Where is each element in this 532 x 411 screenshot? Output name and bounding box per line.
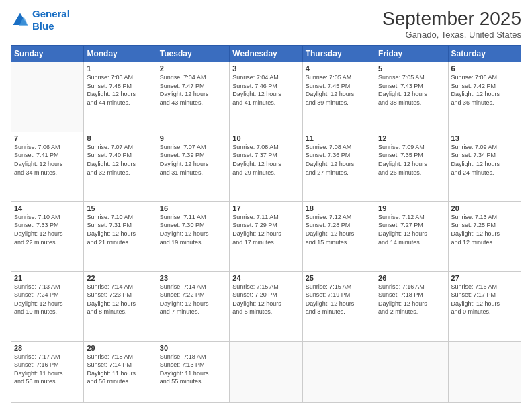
day-info: Sunrise: 7:12 AM Sunset: 7:27 PM Dayligh… xyxy=(378,213,445,246)
day-cell: 4Sunrise: 7:05 AM Sunset: 7:45 PM Daylig… xyxy=(302,62,375,132)
day-number: 12 xyxy=(378,134,445,142)
day-number: 23 xyxy=(160,274,226,282)
week-row: 7Sunrise: 7:06 AM Sunset: 7:41 PM Daylig… xyxy=(11,132,521,201)
page: General Blue September 2025 Ganado, Texa… xyxy=(0,0,532,411)
day-info: Sunrise: 7:11 AM Sunset: 7:29 PM Dayligh… xyxy=(232,213,299,246)
day-info: Sunrise: 7:08 AM Sunset: 7:37 PM Dayligh… xyxy=(232,143,299,177)
day-info: Sunrise: 7:15 AM Sunset: 7:19 PM Dayligh… xyxy=(306,283,372,316)
day-number: 10 xyxy=(232,134,299,142)
day-cell: 29Sunrise: 7:18 AM Sunset: 7:14 PM Dayli… xyxy=(84,341,157,402)
day-info: Sunrise: 7:07 AM Sunset: 7:40 PM Dayligh… xyxy=(87,143,153,177)
day-cell: 17Sunrise: 7:11 AM Sunset: 7:29 PM Dayli… xyxy=(230,201,302,271)
header: General Blue September 2025 Ganado, Texa… xyxy=(11,8,521,40)
day-cell: 14Sunrise: 7:10 AM Sunset: 7:33 PM Dayli… xyxy=(11,201,84,271)
day-number: 4 xyxy=(306,64,372,73)
day-info: Sunrise: 7:09 AM Sunset: 7:34 PM Dayligh… xyxy=(451,143,518,177)
day-info: Sunrise: 7:18 AM Sunset: 7:13 PM Dayligh… xyxy=(160,353,226,386)
day-info: Sunrise: 7:16 AM Sunset: 7:17 PM Dayligh… xyxy=(451,283,518,316)
day-info: Sunrise: 7:06 AM Sunset: 7:41 PM Dayligh… xyxy=(14,143,81,177)
day-cell: 30Sunrise: 7:18 AM Sunset: 7:13 PM Dayli… xyxy=(157,341,229,402)
month-title: September 2025 xyxy=(382,8,521,30)
day-number: 26 xyxy=(378,274,445,282)
day-cell xyxy=(302,341,375,402)
weekday-header: Saturday xyxy=(448,46,521,62)
day-info: Sunrise: 7:09 AM Sunset: 7:35 PM Dayligh… xyxy=(378,143,445,177)
weekday-header: Sunday xyxy=(11,46,84,62)
day-cell: 6Sunrise: 7:06 AM Sunset: 7:42 PM Daylig… xyxy=(448,62,521,132)
day-info: Sunrise: 7:11 AM Sunset: 7:30 PM Dayligh… xyxy=(160,213,226,246)
day-number: 22 xyxy=(87,274,153,282)
day-number: 7 xyxy=(14,134,81,142)
day-cell xyxy=(230,341,302,402)
day-number: 18 xyxy=(306,204,372,212)
day-info: Sunrise: 7:04 AM Sunset: 7:46 PM Dayligh… xyxy=(232,73,299,107)
day-cell: 16Sunrise: 7:11 AM Sunset: 7:30 PM Dayli… xyxy=(157,201,229,271)
day-info: Sunrise: 7:14 AM Sunset: 7:22 PM Dayligh… xyxy=(160,283,226,316)
day-number: 25 xyxy=(306,274,372,282)
day-cell: 15Sunrise: 7:10 AM Sunset: 7:31 PM Dayli… xyxy=(84,201,157,271)
day-cell: 5Sunrise: 7:05 AM Sunset: 7:43 PM Daylig… xyxy=(375,62,448,132)
day-info: Sunrise: 7:13 AM Sunset: 7:24 PM Dayligh… xyxy=(14,283,81,316)
day-number: 1 xyxy=(87,64,153,73)
day-cell: 2Sunrise: 7:04 AM Sunset: 7:47 PM Daylig… xyxy=(157,62,229,132)
week-row: 14Sunrise: 7:10 AM Sunset: 7:33 PM Dayli… xyxy=(11,201,521,271)
day-number: 19 xyxy=(378,204,445,212)
day-number: 3 xyxy=(232,64,299,73)
day-number: 9 xyxy=(160,134,226,142)
day-number: 30 xyxy=(160,344,226,352)
week-row: 28Sunrise: 7:17 AM Sunset: 7:16 PM Dayli… xyxy=(11,341,521,402)
day-info: Sunrise: 7:08 AM Sunset: 7:36 PM Dayligh… xyxy=(306,143,372,177)
day-cell: 8Sunrise: 7:07 AM Sunset: 7:40 PM Daylig… xyxy=(84,132,157,201)
location: Ganado, Texas, United States xyxy=(382,30,521,40)
logo: General Blue xyxy=(11,8,70,32)
weekday-header: Monday xyxy=(84,46,157,62)
weekday-header: Tuesday xyxy=(157,46,229,62)
logo-icon xyxy=(11,11,30,30)
day-number: 13 xyxy=(451,134,518,142)
day-number: 21 xyxy=(14,274,81,282)
day-cell: 18Sunrise: 7:12 AM Sunset: 7:28 PM Dayli… xyxy=(302,201,375,271)
day-cell: 10Sunrise: 7:08 AM Sunset: 7:37 PM Dayli… xyxy=(230,132,302,201)
day-number: 15 xyxy=(87,204,153,212)
day-cell: 22Sunrise: 7:14 AM Sunset: 7:23 PM Dayli… xyxy=(84,271,157,341)
day-info: Sunrise: 7:10 AM Sunset: 7:33 PM Dayligh… xyxy=(14,213,81,246)
week-row: 21Sunrise: 7:13 AM Sunset: 7:24 PM Dayli… xyxy=(11,271,521,341)
day-cell xyxy=(11,62,84,132)
day-cell: 7Sunrise: 7:06 AM Sunset: 7:41 PM Daylig… xyxy=(11,132,84,201)
day-cell: 20Sunrise: 7:13 AM Sunset: 7:25 PM Dayli… xyxy=(448,201,521,271)
day-info: Sunrise: 7:10 AM Sunset: 7:31 PM Dayligh… xyxy=(87,213,153,246)
day-info: Sunrise: 7:07 AM Sunset: 7:39 PM Dayligh… xyxy=(160,143,226,177)
day-info: Sunrise: 7:14 AM Sunset: 7:23 PM Dayligh… xyxy=(87,283,153,316)
day-info: Sunrise: 7:04 AM Sunset: 7:47 PM Dayligh… xyxy=(160,73,226,107)
weekday-header: Thursday xyxy=(302,46,375,62)
day-info: Sunrise: 7:18 AM Sunset: 7:14 PM Dayligh… xyxy=(87,353,153,386)
day-info: Sunrise: 7:15 AM Sunset: 7:20 PM Dayligh… xyxy=(232,283,299,316)
day-number: 17 xyxy=(232,204,299,212)
day-cell: 23Sunrise: 7:14 AM Sunset: 7:22 PM Dayli… xyxy=(157,271,229,341)
day-info: Sunrise: 7:13 AM Sunset: 7:25 PM Dayligh… xyxy=(451,213,518,246)
day-number: 11 xyxy=(306,134,372,142)
weekday-header: Wednesday xyxy=(230,46,302,62)
day-cell: 19Sunrise: 7:12 AM Sunset: 7:27 PM Dayli… xyxy=(375,201,448,271)
day-cell: 13Sunrise: 7:09 AM Sunset: 7:34 PM Dayli… xyxy=(448,132,521,201)
day-info: Sunrise: 7:05 AM Sunset: 7:45 PM Dayligh… xyxy=(306,73,372,107)
day-number: 6 xyxy=(451,64,518,73)
day-info: Sunrise: 7:05 AM Sunset: 7:43 PM Dayligh… xyxy=(378,73,445,107)
calendar-table: SundayMondayTuesdayWednesdayThursdayFrid… xyxy=(11,45,521,403)
day-info: Sunrise: 7:06 AM Sunset: 7:42 PM Dayligh… xyxy=(451,73,518,107)
day-cell: 12Sunrise: 7:09 AM Sunset: 7:35 PM Dayli… xyxy=(375,132,448,201)
day-info: Sunrise: 7:03 AM Sunset: 7:48 PM Dayligh… xyxy=(87,73,153,107)
day-number: 27 xyxy=(451,274,518,282)
week-row: 1Sunrise: 7:03 AM Sunset: 7:48 PM Daylig… xyxy=(11,62,521,132)
day-number: 24 xyxy=(232,274,299,282)
day-cell: 27Sunrise: 7:16 AM Sunset: 7:17 PM Dayli… xyxy=(448,271,521,341)
calendar-header-row: SundayMondayTuesdayWednesdayThursdayFrid… xyxy=(11,46,521,62)
day-cell xyxy=(375,341,448,402)
day-info: Sunrise: 7:17 AM Sunset: 7:16 PM Dayligh… xyxy=(14,353,81,386)
day-cell: 1Sunrise: 7:03 AM Sunset: 7:48 PM Daylig… xyxy=(84,62,157,132)
day-info: Sunrise: 7:16 AM Sunset: 7:18 PM Dayligh… xyxy=(378,283,445,316)
day-number: 29 xyxy=(87,344,153,352)
day-cell: 11Sunrise: 7:08 AM Sunset: 7:36 PM Dayli… xyxy=(302,132,375,201)
day-number: 8 xyxy=(87,134,153,142)
day-number: 28 xyxy=(14,344,81,352)
